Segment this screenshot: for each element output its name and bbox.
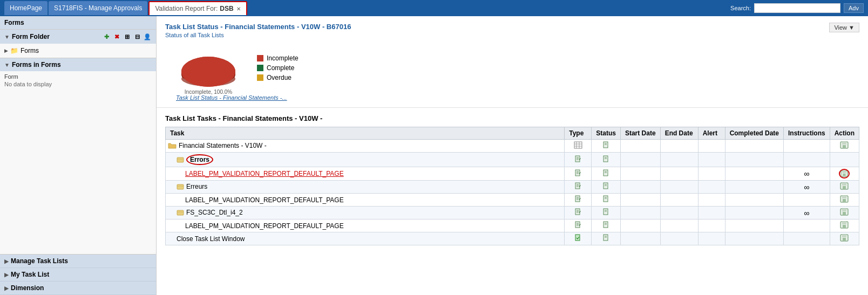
svg-rect-75 [842, 222, 846, 224]
add-icon[interactable]: ✚ [102, 32, 111, 41]
form-folder-content: ▶ 📁 Forms [0, 44, 156, 58]
task-cell-action[interactable] [830, 153, 859, 167]
legend-complete-color [257, 65, 263, 71]
form-label: Form [4, 73, 152, 80]
forms-tree-arrow: ▶ [4, 48, 8, 53]
task-cell-action[interactable] [830, 232, 859, 245]
pie-label: Incomplete, 100.0% [185, 89, 232, 95]
task-cell-end-date [660, 194, 698, 207]
svg-rect-3 [574, 142, 582, 148]
task-cell-status [592, 207, 621, 219]
table-row: FS_SC3C_Dtl_i4_2 ∞ [166, 207, 859, 219]
col-task: Task [166, 127, 565, 140]
svg-rect-67 [575, 222, 580, 228]
forms-in-forms-collapse-icon[interactable]: ▼ [4, 62, 10, 68]
form-folder-collapse-icon[interactable]: ▼ [4, 34, 10, 40]
tab-validation-report[interactable]: Validation Report For: DSB ✕ [148, 1, 247, 15]
svg-rect-32 [843, 174, 846, 176]
my-task-list-arrow: ▶ [4, 272, 9, 278]
task-cell-alert [698, 167, 725, 181]
task-table: Task Type Status Start Date End Date Ale… [165, 127, 859, 245]
chart-link[interactable]: Task List Status - Financial Statements … [165, 94, 859, 101]
table-row: Close Task List Window [166, 232, 859, 245]
task-cell-end-date [660, 219, 698, 232]
task-cell-alert [698, 153, 725, 167]
task-cell-action[interactable] [830, 194, 859, 207]
table-row: Errors [166, 153, 859, 167]
legend-incomplete: Incomplete [257, 54, 299, 62]
sidebar-my-task-list[interactable]: ▶ My Task List [0, 268, 156, 282]
task-cell-name[interactable]: LABEL_PM_VALIDATION_REPORT_DEFAULT_PAGE [166, 167, 565, 181]
copy-icon[interactable]: ⊞ [123, 32, 131, 41]
svg-rect-23 [575, 170, 580, 176]
task-cell-instructions [783, 194, 830, 207]
help-button[interactable]: Adv [844, 3, 864, 13]
main-layout: Forms ▼ Form Folder ✚ ✖ ⊞ ⊟ 👤 ▶ 📁 [0, 16, 868, 295]
task-cell-action[interactable] [830, 181, 859, 194]
task-cell-action[interactable] [830, 207, 859, 219]
task-cell-name[interactable]: LABEL_PM_VALIDATION_REPORT_DEFAULT_PAGE [166, 194, 565, 207]
svg-rect-66 [843, 212, 846, 215]
task-cell-instructions [783, 232, 830, 245]
task-cell-name[interactable]: Errors [166, 153, 565, 167]
task-cell-instructions: ∞ [783, 181, 830, 194]
task-cell-alert [698, 181, 725, 194]
chart-area: Incomplete, 100.0% Incomplete Complete O… [165, 44, 859, 92]
col-alert: Alert [698, 127, 725, 140]
task-cell-name[interactable]: Close Task List Window [166, 232, 565, 245]
task-section: Task List Tasks - Financial Statements -… [157, 108, 868, 295]
task-cell-type [565, 207, 592, 219]
table-row: LABEL_PM_VALIDATION_REPORT_DEFAULT_PAGE … [166, 167, 859, 181]
svg-rect-57 [575, 209, 580, 215]
view-button[interactable]: View ▼ [829, 23, 859, 32]
sidebar-bottom-nav: ▶ Manage Task Lists ▶ My Task List ▶ Dim… [0, 255, 156, 295]
folder-icon: 📁 [10, 47, 18, 54]
task-cell-action[interactable] [830, 219, 859, 232]
task-cell-action[interactable] [830, 167, 859, 181]
sidebar-dimension[interactable]: ▶ Dimension [0, 282, 156, 295]
manage-task-lists-arrow: ▶ [4, 258, 9, 264]
task-cell-name[interactable]: FS_SC3C_Dtl_i4_2 [166, 207, 565, 219]
col-completed-date: Completed Date [725, 127, 783, 140]
task-cell-action[interactable] [830, 140, 859, 153]
pie-chart-container: Incomplete, 100.0% [176, 44, 241, 92]
tab-manage-approvals[interactable]: S1718FIS - Manage Approvals [49, 1, 147, 15]
search-input[interactable] [754, 3, 840, 13]
task-cell-end-date [660, 232, 698, 245]
forms-in-forms-content: Form No data to display [0, 71, 156, 91]
task-cell-status [592, 219, 621, 232]
tab-close-icon[interactable]: ✕ [236, 6, 241, 12]
form-folder-section: ▼ Form Folder ✚ ✖ ⊞ ⊟ 👤 ▶ 📁 Forms [0, 30, 156, 58]
forms-tree-item[interactable]: ▶ 📁 Forms [4, 46, 152, 56]
task-cell-name[interactable]: Erreurs [166, 181, 565, 194]
svg-rect-53 [842, 196, 846, 198]
search-label: Search: [730, 5, 751, 11]
task-cell-end-date [660, 153, 698, 167]
security-icon[interactable]: 👤 [143, 32, 152, 41]
task-cell-name[interactable]: LABEL_PM_VALIDATION_REPORT_DEFAULT_PAGE [166, 219, 565, 232]
table-row: LABEL_PM_VALIDATION_REPORT_DEFAULT_PAGE [166, 219, 859, 232]
svg-rect-27 [603, 170, 608, 176]
task-cell-start-date [620, 167, 660, 181]
task-cell-name[interactable]: Financial Statements - V10W - [166, 140, 565, 153]
task-cell-start-date [620, 194, 660, 207]
task-cell-completed-date [725, 181, 783, 194]
forms-section-header: Forms [0, 16, 156, 29]
task-cell-status [592, 232, 621, 245]
task-cell-instructions [783, 219, 830, 232]
chart-subtitle: Status of all Task Lists [165, 32, 351, 38]
svg-point-2 [181, 57, 235, 87]
remove-icon[interactable]: ✖ [112, 32, 121, 41]
task-cell-instructions [783, 140, 830, 153]
sidebar-manage-task-lists[interactable]: ▶ Manage Task Lists [0, 255, 156, 268]
task-cell-type [565, 140, 592, 153]
task-cell-instructions: ∞ [783, 167, 830, 181]
chart-header: Task List Status - Financial Statements … [165, 23, 859, 44]
task-cell-alert [698, 232, 725, 245]
move-icon[interactable]: ⊟ [133, 32, 141, 41]
forms-in-forms-label: Forms in Forms [12, 61, 61, 68]
legend-overdue-color [257, 74, 263, 81]
tab-homepage[interactable]: HomePage [4, 1, 48, 15]
task-cell-type [565, 219, 592, 232]
svg-rect-31 [843, 171, 846, 173]
